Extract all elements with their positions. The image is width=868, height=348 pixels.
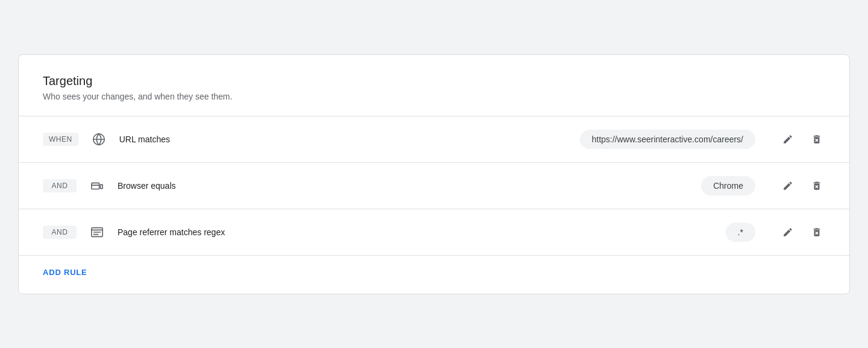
rule-tag-and-1: AND	[43, 179, 77, 192]
edit-icon-2[interactable]	[779, 177, 796, 194]
divider-3	[19, 255, 849, 256]
rule-tag-and-2: AND	[43, 226, 77, 239]
rule-value-1: https://www.seerinteractive.com/careers/	[580, 130, 755, 149]
rule-label-2: Browser equals	[118, 181, 400, 191]
rule-label-1: URL matches	[119, 134, 340, 144]
rule-actions-1	[779, 131, 825, 148]
card-subtitle: Who sees your changes, and when they see…	[43, 92, 825, 101]
delete-icon-2[interactable]	[808, 177, 825, 194]
rule-row-3: AND Page referrer matches regex .*	[43, 209, 825, 255]
globe-icon	[88, 128, 110, 150]
rule-row-2: AND Browser equals Chrome	[43, 163, 825, 209]
rule-label-3: Page referrer matches regex	[118, 227, 412, 237]
svg-rect-2	[92, 183, 99, 189]
rule-actions-3	[779, 224, 825, 241]
rule-row-1: WHEN URL matches https://www.seerinterac…	[43, 116, 825, 162]
page-icon	[86, 221, 108, 243]
targeting-card: Targeting Who sees your changes, and whe…	[18, 54, 850, 294]
rule-tag-when: WHEN	[43, 133, 78, 146]
delete-icon-1[interactable]	[808, 131, 825, 148]
svg-rect-3	[101, 185, 103, 188]
rule-actions-2	[779, 177, 825, 194]
rule-value-2: Chrome	[701, 176, 755, 195]
rule-value-3: .*	[726, 223, 755, 242]
add-rule-button[interactable]: ADD RULE	[43, 265, 87, 279]
edit-icon-3[interactable]	[779, 224, 796, 241]
device-icon	[86, 175, 108, 197]
delete-icon-3[interactable]	[808, 224, 825, 241]
edit-icon-1[interactable]	[779, 131, 796, 148]
card-title: Targeting	[43, 74, 825, 88]
